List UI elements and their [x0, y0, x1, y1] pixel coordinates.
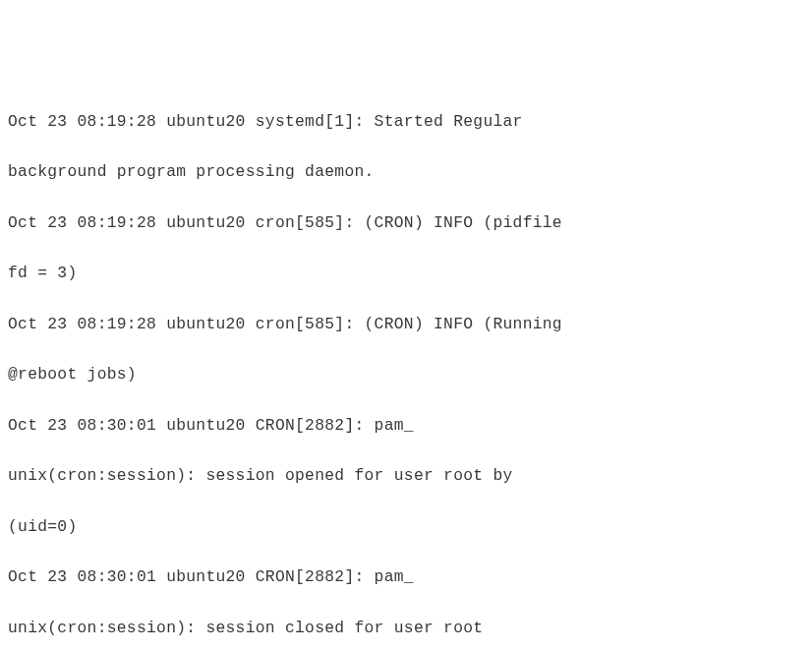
log-line: Oct 23 08:30:01 ubuntu20 CRON[2882]: pam…: [8, 413, 804, 439]
log-line: (uid=0): [8, 514, 804, 540]
log-line: @reboot jobs): [8, 362, 804, 387]
log-line: background program processing daemon.: [8, 159, 804, 185]
log-line: Oct 23 08:30:01 ubuntu20 CRON[2882]: pam…: [8, 564, 804, 590]
log-line: Oct 23 08:19:28 ubuntu20 cron[585]: (CRO…: [8, 210, 804, 236]
log-line: unix(cron:session): session opened for u…: [8, 463, 804, 489]
log-line: Oct 23 08:19:28 ubuntu20 cron[585]: (CRO…: [8, 312, 804, 337]
log-line: unix(cron:session): session closed for u…: [8, 616, 804, 641]
log-line: Oct 23 08:19:28 ubuntu20 systemd[1]: Sta…: [8, 109, 804, 135]
log-line: fd = 3): [8, 261, 804, 286]
